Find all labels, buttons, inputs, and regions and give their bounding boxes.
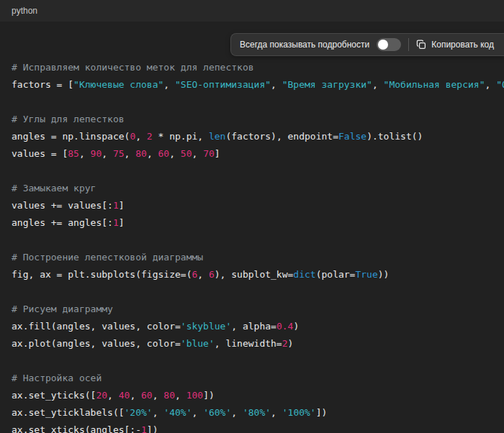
always-show-details-toggle[interactable] [377, 38, 401, 51]
copy-code-label: Копировать код [431, 40, 494, 50]
copy-code-button[interactable]: Копировать код [416, 40, 494, 50]
toggle-knob [378, 40, 388, 50]
always-show-details-label: Всегда показывать подробности [240, 40, 369, 50]
code-area: # Исправляем количество меток для лепест… [0, 22, 504, 433]
code-toolbar: Всегда показывать подробности Копировать… [230, 33, 504, 56]
code-language-label: python [12, 6, 37, 16]
code-content: # Исправляем количество меток для лепест… [12, 59, 504, 433]
toolbar-divider [408, 38, 409, 51]
code-header: python [0, 0, 504, 22]
code-block: python # Исправляем количество меток для… [0, 0, 504, 433]
copy-icon [416, 40, 426, 50]
